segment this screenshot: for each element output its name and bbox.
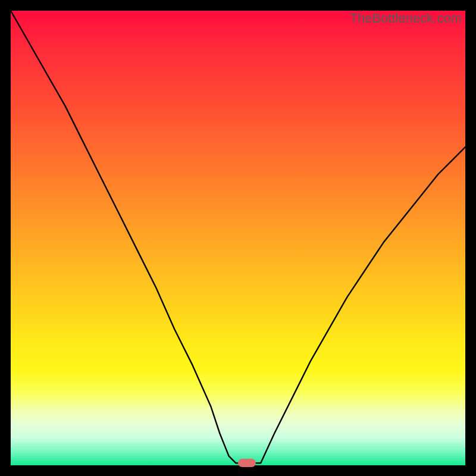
bottleneck-curve: [11, 11, 465, 465]
bottleneck-marker: [238, 459, 256, 467]
plot-area: TheBottleneck.com: [11, 11, 465, 465]
chart-frame: TheBottleneck.com: [0, 0, 476, 476]
curve-path: [11, 11, 465, 463]
